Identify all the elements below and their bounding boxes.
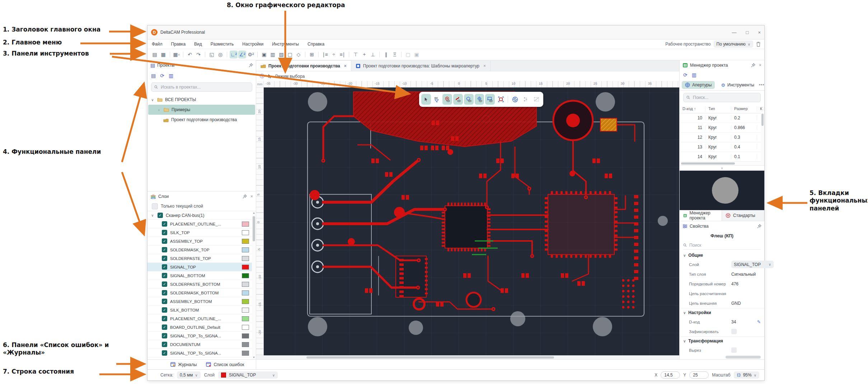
layer-dropdown[interactable]: SIGNAL_TOP∨ xyxy=(731,261,774,268)
canvas-h-scrollbar[interactable] xyxy=(256,355,679,359)
transform-frame-icon[interactable]: ◇ xyxy=(295,51,302,58)
layer-checkbox[interactable]: ✓ xyxy=(162,333,167,338)
measure-settings-icon[interactable]: ⚙² xyxy=(247,51,255,58)
table-row[interactable]: 11Круг0.866 xyxy=(680,123,764,133)
layer-row[interactable]: ✓SOLDERPASTE_TOP xyxy=(147,254,252,263)
copy-properties-icon[interactable]: ▢ xyxy=(404,51,412,58)
layers-scrollbar[interactable]: ▲ ▼ xyxy=(252,211,256,359)
layer-row[interactable]: ✓SILK_TOP xyxy=(147,228,252,237)
pcb-canvas[interactable]: DC xyxy=(264,87,679,355)
menu-item-Настройки[interactable]: Настройки xyxy=(242,42,263,47)
workspace-dropdown[interactable]: По умолчанию∨ xyxy=(714,41,753,48)
cut-checkbox[interactable] xyxy=(731,347,737,353)
undo-icon[interactable]: ↶ xyxy=(186,51,194,58)
tab-journals[interactable]: Журналы xyxy=(170,362,197,367)
dcode-filter-button[interactable]: DC xyxy=(432,94,442,105)
show-polygons-button[interactable] xyxy=(464,94,474,105)
menu-item-Файл[interactable]: Файл xyxy=(152,42,163,47)
apertures-search[interactable] xyxy=(683,93,761,102)
tree-item-examples[interactable]: › Примеры xyxy=(148,105,255,115)
layer-row[interactable]: ✓SIGNAL_TOP_To_SIGNA... xyxy=(147,349,252,357)
scale-dropdown[interactable]: 95%∨ xyxy=(734,371,759,379)
show-flashes-button[interactable] xyxy=(442,94,452,105)
table-row[interactable]: 14Круг0.1 xyxy=(680,152,764,162)
layer-checkbox[interactable]: ✓ xyxy=(162,350,167,356)
section-general[interactable]: ∨Общие xyxy=(680,251,764,260)
apply-properties-icon[interactable]: ▣ xyxy=(413,51,421,58)
menu-item-Инструменты[interactable]: Инструменты xyxy=(272,42,299,47)
highlight-selection-button[interactable] xyxy=(496,94,506,105)
distribute-h-icon[interactable]: ∥ xyxy=(382,51,390,58)
projects-search[interactable] xyxy=(151,82,252,92)
redo-icon[interactable]: ↷ xyxy=(194,51,202,58)
layer-row[interactable]: ✓PLACEMENT_OUTLINE_... xyxy=(147,220,252,228)
align-middle-icon[interactable]: ＋ xyxy=(360,51,368,58)
tab-project-manager[interactable]: Менеджер проекта xyxy=(680,210,722,221)
layer-checkbox[interactable]: ✓ xyxy=(162,256,167,261)
column-header-Тип[interactable]: Тип xyxy=(705,106,731,111)
menu-item-Правка[interactable]: Правка xyxy=(171,42,186,47)
section-transform[interactable]: ∨Трансформация xyxy=(680,336,764,345)
properties-search[interactable]: Поиск xyxy=(683,241,761,250)
layer-row[interactable]: ✓SOLDERPASTE_BOTTOM xyxy=(147,280,252,289)
properties-h-scrollbar[interactable] xyxy=(726,356,761,359)
trash-icon[interactable] xyxy=(756,42,761,47)
tab-close-icon[interactable]: × xyxy=(344,63,347,68)
align-right-icon[interactable]: ≡∣ xyxy=(338,51,346,58)
windows-icon[interactable]: ▥ xyxy=(692,72,696,78)
table-row[interactable]: 12Круг0.3 xyxy=(680,133,764,142)
layer-row[interactable]: ✓SILK_BOTTOM xyxy=(147,306,252,314)
column-header-Размер[interactable]: Размер xyxy=(731,106,757,111)
menu-item-Вид[interactable]: Вид xyxy=(194,42,202,47)
align-bottom-icon[interactable]: ⊥ xyxy=(369,51,377,58)
pin-icon[interactable] xyxy=(249,63,253,67)
aperture-wheel-button[interactable] xyxy=(510,94,520,105)
close-button[interactable]: × xyxy=(758,30,761,35)
align-left-icon[interactable]: ∣≡ xyxy=(321,51,329,58)
refresh-icon[interactable]: ⟳ xyxy=(683,72,688,78)
tab-close-icon[interactable]: × xyxy=(483,63,486,68)
table-h-scrollbar[interactable] xyxy=(680,162,764,166)
refresh-icon[interactable]: ⟳ xyxy=(160,73,164,79)
zoom-search-icon[interactable]: ◎ xyxy=(216,51,224,58)
layer-checkbox[interactable]: ✓ xyxy=(162,238,167,244)
lock-checkbox[interactable] xyxy=(731,329,737,334)
grid-settings-icon[interactable]: ▦∨ xyxy=(173,51,180,58)
tab-tools[interactable]: ⚙ Инструменты xyxy=(718,81,757,89)
tab-production-project[interactable]: Проект подготовки производства × xyxy=(256,60,351,71)
select-cursor-button[interactable] xyxy=(421,94,431,105)
more-tabs-button[interactable]: ••• xyxy=(759,82,765,87)
layer-checkbox[interactable]: ✓ xyxy=(162,221,167,227)
show-frames-button[interactable] xyxy=(485,94,495,105)
distribute-v-icon[interactable]: Ξ xyxy=(391,51,399,58)
layer-row[interactable]: ✓ASSEMBLY_TOP xyxy=(147,237,252,246)
layer-checkbox[interactable]: ✓ xyxy=(158,213,163,218)
projects-search-input[interactable] xyxy=(160,84,249,90)
x-coordinate-input[interactable] xyxy=(661,371,680,379)
column-header-D-код[interactable]: D-код ↑ xyxy=(680,106,705,111)
layer-checkbox[interactable]: ✓ xyxy=(162,324,167,330)
save-all-icon[interactable]: ▦ xyxy=(159,51,167,58)
apertures-search-input[interactable] xyxy=(692,95,757,100)
layer-checkbox[interactable]: ✓ xyxy=(162,281,167,287)
layer-row[interactable]: ✓SIGNAL_TOP_To_SIGNA... xyxy=(147,332,252,340)
preview-document-icon[interactable]: ▤ xyxy=(151,73,156,79)
layer-checkbox[interactable]: ✓ xyxy=(162,299,167,304)
tab-error-list[interactable]: Список ошибок xyxy=(206,362,244,367)
zoom-selection-icon[interactable]: ◱ xyxy=(208,51,216,58)
layer-row[interactable]: ✓BOARD_OUTLINE_Default xyxy=(147,323,252,332)
edit-pencil-icon[interactable]: ✎ xyxy=(757,319,761,324)
menu-item-Справка[interactable]: Справка xyxy=(308,42,324,47)
align-center-v-icon[interactable]: ÷ xyxy=(330,51,338,58)
copy-icon[interactable]: ▣ xyxy=(260,51,268,58)
tab-standards[interactable]: Стандарты xyxy=(722,210,764,221)
layer-checkbox[interactable]: ✓ xyxy=(162,307,167,313)
measure-point-icon[interactable]: ∟² xyxy=(230,51,238,58)
layer-row[interactable]: ✓SOLDERMASK_BOTTOM xyxy=(147,289,252,297)
only-current-layer-checkbox[interactable] xyxy=(152,203,158,209)
measure-grid-icon[interactable]: ∠² xyxy=(238,51,246,58)
layer-row[interactable]: ✓SOLDERMASK_TOP xyxy=(147,246,252,254)
layer-checkbox[interactable]: ✓ xyxy=(162,316,167,321)
layer-group-row[interactable]: ∨✓Сканер CAN-bus(1) xyxy=(147,211,252,220)
pin-icon[interactable] xyxy=(751,63,755,67)
